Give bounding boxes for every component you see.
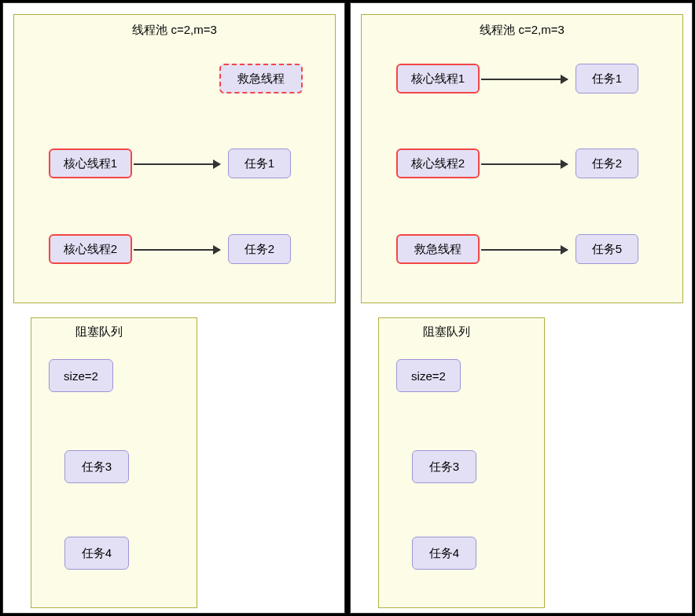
- queue-item: 任务4: [64, 537, 129, 570]
- pool-title: 线程池 c=2,m=3: [362, 23, 682, 38]
- queue-title: 阻塞队列: [423, 324, 470, 339]
- blocking-queue-box: 阻塞队列 size=2 任务3 任务4: [378, 317, 545, 608]
- arrow-icon: [481, 163, 568, 165]
- task-node-2: 任务2: [228, 234, 291, 264]
- panel-state-5: 5 线程池 c=2,m=3 核心线程1 任务1 核心线程2 任务2 救急线程 任…: [350, 2, 693, 614]
- emergency-thread-active: 救急线程: [396, 234, 480, 264]
- thread-pool-box: 线程池 c=2,m=3 救急线程 核心线程1 任务1 核心线程2 任务2: [13, 14, 336, 303]
- panel-state-4: 4 线程池 c=2,m=3 救急线程 核心线程1 任务1 核心线程2 任务2 阻…: [2, 2, 345, 614]
- queue-title: 阻塞队列: [75, 324, 123, 339]
- arrow-icon: [134, 163, 220, 165]
- arrow-icon: [134, 249, 220, 251]
- task-node-2: 任务2: [575, 148, 638, 178]
- core-thread-1: 核心线程1: [396, 64, 480, 94]
- core-thread-2: 核心线程2: [396, 148, 480, 178]
- queue-item: 任务4: [412, 537, 476, 570]
- queue-size: size=2: [49, 359, 113, 392]
- core-thread-2: 核心线程2: [49, 234, 132, 264]
- queue-size: size=2: [396, 359, 461, 392]
- emergency-thread-idle: 救急线程: [219, 64, 303, 94]
- core-thread-1: 核心线程1: [49, 148, 132, 178]
- queue-item: 任务3: [412, 450, 476, 483]
- arrow-icon: [481, 79, 568, 80]
- task-node-5: 任务5: [575, 234, 638, 264]
- blocking-queue-box: 阻塞队列 size=2 任务3 任务4: [31, 317, 197, 608]
- task-node-1: 任务1: [575, 64, 638, 94]
- pool-title: 线程池 c=2,m=3: [14, 23, 335, 38]
- thread-pool-box: 线程池 c=2,m=3 核心线程1 任务1 核心线程2 任务2 救急线程 任务5: [361, 14, 683, 303]
- arrow-icon: [481, 249, 568, 251]
- queue-item: 任务3: [64, 450, 129, 483]
- task-node-1: 任务1: [228, 148, 291, 178]
